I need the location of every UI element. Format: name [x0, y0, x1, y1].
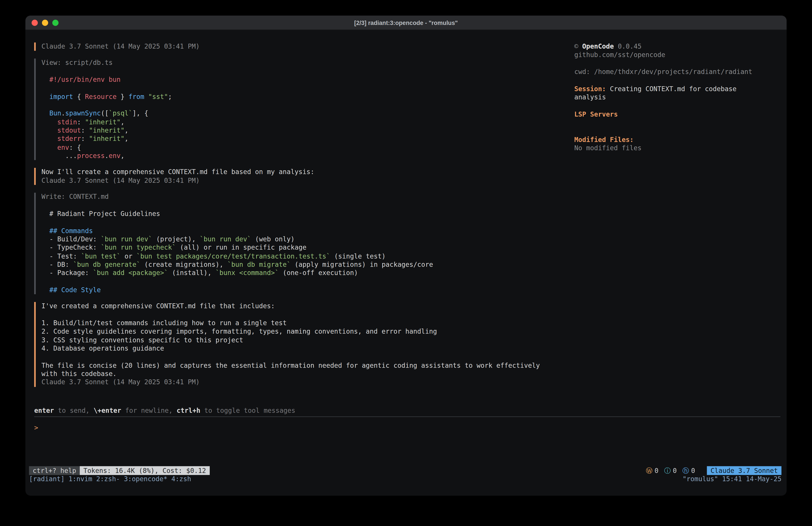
- editor-separator: [34, 416, 780, 417]
- diagnostics: Ⓦ0ⓘ0ⓗ0: [646, 465, 700, 475]
- keybind-hints: enter to send, \+enter for newline, ctrl…: [34, 407, 780, 415]
- info-count-icon: ⓘ: [664, 467, 670, 474]
- terminal-line: Claude 3.7 Sonnet (14 May 2025 03:41 PM): [41, 378, 568, 387]
- terminal-line: [41, 311, 568, 319]
- cwd-label: cwd:: [574, 68, 590, 76]
- terminal-line: Write: CONTEXT.md: [41, 193, 568, 201]
- terminal-line: - DB: `bun db generate` (create migratio…: [41, 260, 568, 269]
- info-count: ⓘ0: [664, 467, 677, 474]
- hint-count: ⓗ0: [683, 467, 695, 474]
- warning-count: Ⓦ0: [646, 467, 658, 474]
- prompt-symbol: >: [34, 424, 38, 432]
- tool-view-block: View: script/db.ts #!/usr/bin/env bun im…: [34, 59, 568, 160]
- terminal-line: [41, 353, 568, 361]
- lsp-servers-title: LSP Servers: [574, 110, 758, 118]
- status-left: ctrl+? help Tokens: 16.4K (8%), Cost: $0…: [29, 466, 210, 475]
- brand-version: 0.0.45: [618, 43, 641, 51]
- terminal-line: 3. CSS styling conventions specific to t…: [41, 336, 568, 344]
- assistant-message: I've created a comprehensive CONTEXT.md …: [34, 302, 568, 387]
- terminal-line: Now I'll create a comprehensive CONTEXT.…: [41, 168, 568, 176]
- hint-count-icon: ⓗ: [683, 467, 689, 474]
- spacer: [574, 118, 758, 136]
- spacer: [574, 59, 758, 68]
- session-label: Session:: [574, 85, 606, 93]
- terminal-line: stdout: "inherit",: [41, 126, 568, 135]
- terminal-line: - Test: `bun test` or `bun test packages…: [41, 252, 568, 260]
- tmux-window-2zsh[interactable]: 2:zsh-: [96, 475, 120, 483]
- copyright-icon: ©: [574, 43, 578, 51]
- tmux-host-clock: "romulus" 15:41 14-May-25: [683, 475, 782, 483]
- window-title: [2/3] radiant:3:opencode - "romulus": [25, 16, 787, 30]
- sidebar: ©OpenCode0.0.45 github.com/sst/opencode …: [574, 43, 758, 153]
- tmux-window-3opencode[interactable]: 3:opencode*: [124, 475, 167, 483]
- assistant-message: Now I'll create a comprehensive CONTEXT.…: [34, 168, 568, 185]
- terminal-line: import { Resource } from "sst";: [41, 93, 568, 101]
- terminal-line: with this codebase.: [41, 370, 568, 378]
- app-brand: ©OpenCode0.0.45: [574, 43, 758, 51]
- terminal-line: [41, 84, 568, 93]
- terminal-line: [41, 67, 568, 75]
- status-right: Ⓦ0ⓘ0ⓗ0 Claude 3.7 Sonnet: [646, 465, 782, 475]
- terminal-line: ...process.env,: [41, 152, 568, 160]
- terminal-line: The file is concise (20 lines) and captu…: [41, 361, 568, 370]
- terminal-line: stdin: "inherit",: [41, 118, 568, 126]
- terminal-line: Bun.spawnSync([`psql`], {: [41, 110, 568, 118]
- modified-files-title: Modified Files:: [574, 136, 758, 144]
- info-count-value: 0: [673, 467, 677, 474]
- tmux-window-1nvim[interactable]: 1:nvim: [69, 475, 92, 483]
- terminal-line: [41, 201, 568, 210]
- terminal-line: # Radiant Project Guidelines: [41, 210, 568, 218]
- tmux-status-bar: [radiant] 1:nvim2:zsh-3:opencode*4:zsh "…: [29, 475, 782, 483]
- editor-area: enter to send, \+enter for newline, ctrl…: [34, 407, 780, 432]
- terminal-line: Claude 3.7 Sonnet (14 May 2025 03:41 PM): [41, 176, 568, 185]
- tmux-session-name: [radiant]: [29, 475, 64, 483]
- tokens-cost-chip: Tokens: 16.4K (8%), Cost: $0.12: [80, 466, 210, 475]
- terminal-line: stderr: "inherit",: [41, 135, 568, 143]
- cwd-line: cwd:/home/thdxr/dev/projects/radiant/rad…: [574, 68, 758, 76]
- brand-name: OpenCode: [582, 43, 614, 51]
- terminal-line: ## Commands: [41, 227, 568, 235]
- terminal-line: - Build/Dev: `bun run dev` (project), `b…: [41, 235, 568, 244]
- terminal-window: [2/3] radiant:3:opencode - "romulus" Cla…: [25, 16, 787, 496]
- help-shortcut-chip: ctrl+? help: [29, 466, 80, 475]
- session-title: Session: Creating CONTEXT.md for codebas…: [574, 85, 758, 102]
- message-input[interactable]: >: [34, 424, 780, 432]
- assistant-message-header: Claude 3.7 Sonnet (14 May 2025 03:41 PM): [34, 43, 568, 51]
- cwd-path: /home/thdxr/dev/projects/radiant/radiant: [594, 68, 752, 76]
- repo-link: github.com/sst/opencode: [574, 51, 758, 59]
- chat-transcript: Claude 3.7 Sonnet (14 May 2025 03:41 PM)…: [34, 43, 568, 395]
- terminal-line: I've created a comprehensive CONTEXT.md …: [41, 302, 568, 311]
- hint-count-value: 0: [691, 467, 695, 474]
- spacer: [574, 102, 758, 110]
- spacer: [574, 76, 758, 85]
- tmux-window-4zsh[interactable]: 4:zsh: [171, 475, 191, 483]
- terminal-line: 2. Code style guidelines covering import…: [41, 327, 568, 336]
- warning-count-icon: Ⓦ: [646, 467, 652, 474]
- terminal-line: View: script/db.ts: [41, 59, 568, 67]
- terminal-line: env: {: [41, 143, 568, 152]
- terminal-line: 1. Build/lint/test commands including ho…: [41, 319, 568, 328]
- tmux-window-list: [radiant] 1:nvim2:zsh-3:opencode*4:zsh: [29, 475, 195, 483]
- terminal-line: - Package: `bun add <package>` (install)…: [41, 269, 568, 278]
- terminal-line: - TypeCheck: `bun run typecheck` (all) o…: [41, 244, 568, 252]
- terminal-line: 4. Database operations guidance: [41, 344, 568, 353]
- modified-files-empty: No modified files: [574, 144, 758, 153]
- warning-count-value: 0: [654, 467, 658, 474]
- status-bar: ctrl+? help Tokens: 16.4K (8%), Cost: $0…: [29, 465, 782, 475]
- model-chip: Claude 3.7 Sonnet: [707, 466, 782, 475]
- tmux-windows: 1:nvim2:zsh-3:opencode*4:zsh: [69, 475, 195, 483]
- terminal-line: ## Code Style: [41, 286, 568, 295]
- terminal-line: [41, 278, 568, 286]
- desktop: [2/3] radiant:3:opencode - "romulus" Cla…: [0, 0, 812, 526]
- terminal-line: [41, 218, 568, 227]
- terminal-line: #!/usr/bin/env bun: [41, 75, 568, 84]
- window-titlebar[interactable]: [2/3] radiant:3:opencode - "romulus": [25, 16, 787, 30]
- terminal-line: Claude 3.7 Sonnet (14 May 2025 03:41 PM): [41, 43, 568, 51]
- tool-write-block: Write: CONTEXT.md # Radiant Project Guid…: [34, 193, 568, 295]
- terminal-line: [41, 101, 568, 110]
